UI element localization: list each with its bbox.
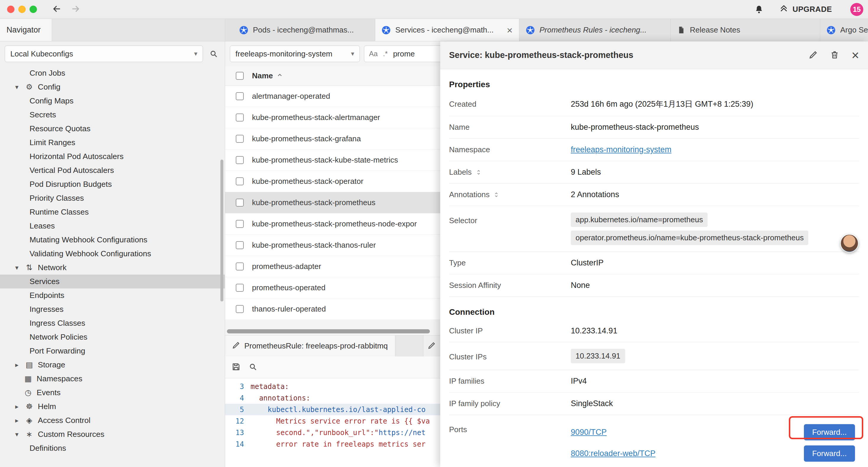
minimize-window-button[interactable] <box>18 6 26 13</box>
match-case-toggle[interactable]: Aa <box>369 50 378 58</box>
sidebar-item-access-control[interactable]: ▸◈Access Control <box>0 413 225 428</box>
sidebar-item-namespaces[interactable]: ▦Namespaces <box>0 372 225 386</box>
chevron-down-icon[interactable]: ▾ <box>13 83 21 91</box>
sidebar-item-config[interactable]: ▾⚙Config <box>0 80 225 94</box>
table-row[interactable]: kube-prometheus-stack-operator <box>225 171 440 192</box>
search-filter-box[interactable]: Aa .* prome <box>364 46 440 62</box>
row-checkbox[interactable] <box>236 262 244 270</box>
row-checkbox[interactable] <box>236 220 244 228</box>
select-all-checkbox[interactable] <box>236 72 244 80</box>
sidebar-item-label: Events <box>37 388 61 397</box>
editor-tab-partial[interactable] <box>423 335 440 356</box>
search-input[interactable]: prome <box>393 49 415 59</box>
table-row[interactable]: prometheus-operated <box>225 277 440 298</box>
sidebar-item-network[interactable]: ▾⇅Network <box>0 261 225 274</box>
scrollbar-thumb[interactable] <box>227 329 430 333</box>
sidebar-item-leases[interactable]: Leases <box>0 219 225 233</box>
close-icon[interactable]: × <box>851 49 859 62</box>
sort-arrows-icon[interactable] <box>493 192 500 198</box>
row-checkbox[interactable] <box>236 135 244 143</box>
tab-pods-icecheng-mathmas[interactable]: Pods - icecheng@mathmas... <box>233 19 375 41</box>
chevron-down-icon[interactable]: ▾ <box>13 431 21 438</box>
navigator-tab[interactable]: Navigator <box>0 19 52 41</box>
table-row[interactable]: alertmanager-operated <box>225 86 440 107</box>
close-window-button[interactable] <box>7 6 14 13</box>
table-row[interactable]: kube-prometheus-stack-alertmanager <box>225 107 440 128</box>
namespace-selector[interactable]: freeleaps-monitoring-system ▾ <box>230 46 360 62</box>
sidebar-item-cron-jobs[interactable]: Cron Jobs <box>0 66 225 80</box>
sidebar-item-services[interactable]: Services <box>0 274 225 289</box>
sidebar-item-port-forwarding[interactable]: Port Forwarding <box>0 344 225 358</box>
table-row[interactable]: thanos-ruler-operated <box>225 298 440 320</box>
sidebar-item-limit-ranges[interactable]: Limit Ranges <box>0 136 225 150</box>
sidebar-item-events[interactable]: ◷Events <box>0 386 225 400</box>
delete-trash-icon[interactable] <box>830 50 839 60</box>
sidebar-item-priority-classes[interactable]: Priority Classes <box>0 191 225 205</box>
sidebar-item-storage[interactable]: ▸▤Storage <box>0 358 225 372</box>
editor-tab-prometheusrule[interactable]: PrometheusRule: freeleaps-prod-rabbitmq <box>225 335 395 356</box>
edit-pencil-icon[interactable] <box>809 50 818 60</box>
row-checkbox[interactable] <box>236 92 244 100</box>
notifications-bell-icon[interactable] <box>754 5 764 14</box>
save-icon[interactable] <box>231 362 241 372</box>
sidebar-scrollbar[interactable] <box>220 159 223 301</box>
sidebar-item-definitions[interactable]: Definitions <box>0 441 225 455</box>
sidebar-item-horizontal-pod-autoscalers[interactable]: Horizontal Pod Autoscalers <box>0 150 225 164</box>
sidebar-item-mutating-webhook-configurations[interactable]: Mutating Webhook Configurations <box>0 233 225 247</box>
row-checkbox[interactable] <box>236 114 244 121</box>
tab-services-icecheng-math[interactable]: Services - icecheng@math...× <box>375 19 519 41</box>
port-link[interactable]: 9090/TCP <box>571 428 607 437</box>
notification-count-badge[interactable]: 15 <box>850 3 863 16</box>
kubeconfig-selector[interactable]: Local Kubeconfigs ▾ <box>5 46 203 62</box>
sidebar-item-custom-resources[interactable]: ▾∗Custom Resources <box>0 428 225 441</box>
row-checkbox[interactable] <box>236 241 244 249</box>
row-checkbox[interactable] <box>236 305 244 313</box>
sidebar-item-helm[interactable]: ▸☸Helm <box>0 400 225 413</box>
row-checkbox[interactable] <box>236 199 244 207</box>
chevron-right-icon[interactable]: ▸ <box>13 403 21 411</box>
tab-prometheus-rules-icecheng[interactable]: Prometheus Rules - icecheng... <box>519 19 671 41</box>
tab-release-notes[interactable]: Release Notes <box>671 19 820 41</box>
sidebar-item-runtime-classes[interactable]: Runtime Classes <box>0 205 225 219</box>
sidebar-search-button[interactable] <box>206 50 221 58</box>
table-row[interactable]: kube-prometheus-stack-thanos-ruler <box>225 235 440 256</box>
table-row[interactable]: kube-prometheus-stack-kube-state-metrics <box>225 150 440 171</box>
forward-button[interactable]: Forward... <box>804 445 855 462</box>
regex-toggle[interactable]: .* <box>383 50 388 58</box>
chevron-right-icon[interactable]: ▸ <box>13 417 21 425</box>
sidebar-item-config-maps[interactable]: Config Maps <box>0 94 225 108</box>
user-avatar[interactable] <box>840 234 859 253</box>
chevron-down-icon[interactable]: ▾ <box>13 264 21 272</box>
sidebar-item-network-policies[interactable]: Network Policies <box>0 330 225 344</box>
table-row[interactable]: kube-prometheus-stack-prometheus <box>225 192 440 213</box>
sidebar-item-vertical-pod-autoscalers[interactable]: Vertical Pod Autoscalers <box>0 164 225 177</box>
forward-button[interactable]: Forward... <box>804 424 855 440</box>
sidebar-item-resource-quotas[interactable]: Resource Quotas <box>0 122 225 136</box>
chevron-right-icon[interactable]: ▸ <box>13 361 21 369</box>
port-link[interactable]: 8080:reloader-web/TCP <box>571 449 656 458</box>
table-row[interactable]: prometheus-adapter <box>225 256 440 277</box>
table-row[interactable]: kube-prometheus-stack-grafana <box>225 128 440 150</box>
search-icon[interactable] <box>249 363 257 372</box>
maximize-window-button[interactable] <box>30 6 37 13</box>
close-tab-icon[interactable]: × <box>504 25 513 35</box>
tab-argo-se[interactable]: Argo Se <box>820 19 868 41</box>
name-column-header[interactable]: Name <box>252 71 283 80</box>
table-row[interactable]: kube-prometheus-stack-prometheus-node-ex… <box>225 213 440 235</box>
row-checkbox[interactable] <box>236 177 244 185</box>
back-button[interactable] <box>52 4 62 15</box>
yaml-editor[interactable]: 3metadata:4 annotations:5 kubectl.kubern… <box>225 378 440 467</box>
namespace-link[interactable]: freeleaps-monitoring-system <box>571 145 672 154</box>
row-checkbox[interactable] <box>236 156 244 164</box>
sort-arrows-icon[interactable] <box>475 169 482 176</box>
sidebar-item-endpoints[interactable]: Endpoints <box>0 289 225 302</box>
sidebar-item-ingresses[interactable]: Ingresses <box>0 302 225 316</box>
horizontal-scrollbar[interactable] <box>225 327 440 335</box>
sidebar-item-ingress-classes[interactable]: Ingress Classes <box>0 316 225 330</box>
row-checkbox[interactable] <box>236 284 244 292</box>
forward-button[interactable] <box>71 4 81 15</box>
sidebar-item-secrets[interactable]: Secrets <box>0 108 225 122</box>
upgrade-button[interactable]: UPGRADE <box>779 4 832 15</box>
sidebar-item-validating-webhook-configurations[interactable]: Validating Webhook Configurations <box>0 247 225 261</box>
sidebar-item-pod-disruption-budgets[interactable]: Pod Disruption Budgets <box>0 177 225 191</box>
